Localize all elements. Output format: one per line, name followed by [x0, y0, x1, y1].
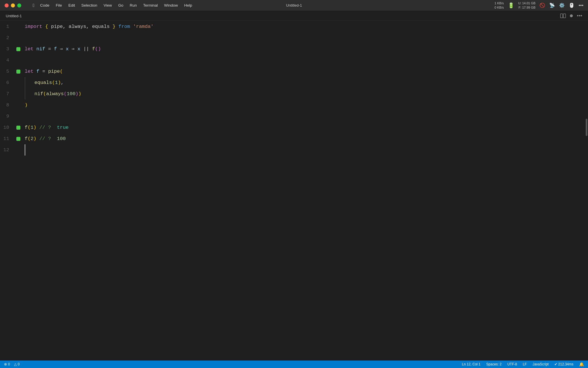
timing-status: ✔ 212.34ms: [554, 362, 573, 366]
airdrop-icon: 📡: [549, 3, 555, 8]
warnings-status[interactable]: △ 0: [14, 362, 20, 366]
code-line-10: f ( 1 ) // ? true: [25, 122, 584, 133]
notifications-icon[interactable]: 🔔: [579, 362, 584, 367]
code-line-2: [25, 32, 584, 43]
maximize-button[interactable]: [17, 3, 21, 7]
unsaved-indicator: [570, 14, 573, 17]
status-right: Ln 12, Col 1 Spaces: 2 UTF-8 LF JavaScri…: [462, 362, 584, 367]
line-num-12: 12: [0, 144, 9, 156]
bp-5[interactable]: [14, 66, 22, 77]
code-line-8: ): [25, 99, 584, 111]
menu-view[interactable]: View: [101, 2, 115, 8]
line-ending-status[interactable]: LF: [523, 362, 527, 366]
more-options-icon[interactable]: •••: [577, 13, 582, 19]
line-num-10: 10: [0, 122, 9, 133]
code-line-3: let nif = f ⇒ x ⇒ x || f: [25, 43, 584, 55]
code-line-12: [25, 144, 584, 156]
svg-rect-0: [560, 14, 563, 18]
line-num-6: 6: [0, 77, 9, 88]
errors-status[interactable]: ⊗ 0: [4, 362, 10, 366]
line-num-1: 1: [0, 21, 9, 32]
warning-icon: △: [14, 362, 17, 366]
svg-rect-1: [563, 14, 566, 18]
error-icon: ⊗: [4, 362, 7, 366]
bp-9: [14, 111, 22, 122]
bp-11[interactable]: [14, 133, 22, 144]
bp-6: [14, 77, 22, 88]
cursor-position[interactable]: Ln 12, Col 1: [462, 362, 481, 366]
menu-run[interactable]: Run: [127, 2, 140, 8]
menu-apple[interactable]: : [30, 2, 37, 9]
bp-4: [14, 55, 22, 66]
scrollbar-thumb[interactable]: [586, 119, 587, 136]
block-icon: 🚫: [539, 3, 545, 8]
titlebar:  Code File Edit Selection View Go Run T…: [0, 0, 588, 11]
line-num-11: 11: [0, 133, 9, 144]
menu-code[interactable]: Code: [37, 2, 52, 8]
header-actions: •••: [560, 13, 582, 19]
status-left: ⊗ 0 △ 0: [4, 362, 20, 366]
more-icon[interactable]: •••: [579, 3, 583, 8]
bp-3[interactable]: [14, 43, 22, 55]
file-title: Untitled-1: [6, 14, 22, 18]
editor-content[interactable]: 1 2 3 4 5 6 7 8 9 10 11 12: [0, 21, 588, 360]
bp-1: [14, 21, 22, 32]
line-num-4: 4: [0, 55, 9, 66]
vertical-scrollbar[interactable]: [584, 21, 588, 156]
window-title: Untitled-1: [286, 3, 302, 7]
menu-window[interactable]: Window: [161, 2, 181, 8]
split-editor-icon[interactable]: [560, 14, 566, 18]
code-line-1: import { pipe, always, equals } from 'ra…: [25, 21, 584, 32]
line-num-5: 5: [0, 66, 9, 77]
control-center-icon: ⚙️: [559, 3, 565, 8]
close-button[interactable]: [5, 3, 9, 7]
disk-info: U: 14.01 GB F: 17.99 GB: [518, 1, 536, 9]
code-line-4: [25, 55, 584, 66]
editor-layout: 1 2 3 4 5 6 7 8 9 10 11 12: [0, 21, 588, 360]
line-num-3: 3: [0, 43, 9, 55]
menu-go[interactable]: Go: [115, 2, 126, 8]
menu-edit[interactable]: Edit: [65, 2, 78, 8]
line-numbers: 1 2 3 4 5 6 7 8 9 10 11 12: [0, 21, 14, 156]
code-line-6: equals ( 1 ) ,: [25, 77, 584, 88]
statusbar: ⊗ 0 △ 0 Ln 12, Col 1 Spaces: 2 UTF-8 LF …: [0, 361, 588, 368]
menubar:  Code File Edit Selection View Go Run T…: [30, 2, 195, 9]
bp-10[interactable]: [14, 122, 22, 133]
line-num-2: 2: [0, 32, 9, 43]
code-line-11: f ( 2 ) // ? 100: [25, 133, 584, 144]
spaces-status[interactable]: Spaces: 2: [486, 362, 502, 366]
network-info: 1 KB/s 0 KB/s: [494, 1, 504, 9]
menu-help[interactable]: Help: [181, 2, 195, 8]
line-num-7: 7: [0, 88, 9, 99]
traffic-lights: [5, 3, 21, 7]
menu-terminal[interactable]: Terminal: [140, 2, 161, 8]
code-editor[interactable]: import { pipe, always, equals } from 'ra…: [22, 21, 584, 156]
line-num-9: 9: [0, 111, 9, 122]
editor-header: Untitled-1 •••: [0, 11, 588, 21]
bp-8: [14, 99, 22, 111]
code-line-5: let f = pipe (: [25, 66, 584, 77]
bp-12: [14, 144, 22, 156]
language-status[interactable]: JavaScript: [533, 362, 549, 366]
pointer-icon: 🖱️: [569, 3, 575, 8]
battery-icon: 🔋: [508, 2, 514, 9]
code-line-9: [25, 111, 584, 122]
titlebar-left:  Code File Edit Selection View Go Run T…: [5, 2, 195, 9]
menu-file[interactable]: File: [53, 2, 65, 8]
code-line-7: nif ( always ( 100 ) ): [25, 88, 584, 99]
breakpoint-column: [14, 21, 22, 156]
titlebar-right: 1 KB/s 0 KB/s 🔋 U: 14.01 GB F: 17.99 GB …: [494, 1, 583, 9]
bp-2: [14, 32, 22, 43]
line-num-8: 8: [0, 99, 9, 111]
menu-selection[interactable]: Selection: [78, 2, 100, 8]
minimize-button[interactable]: [11, 3, 15, 7]
code-area: 1 2 3 4 5 6 7 8 9 10 11 12: [0, 21, 588, 156]
encoding-status[interactable]: UTF-8: [507, 362, 517, 366]
bp-7: [14, 88, 22, 99]
